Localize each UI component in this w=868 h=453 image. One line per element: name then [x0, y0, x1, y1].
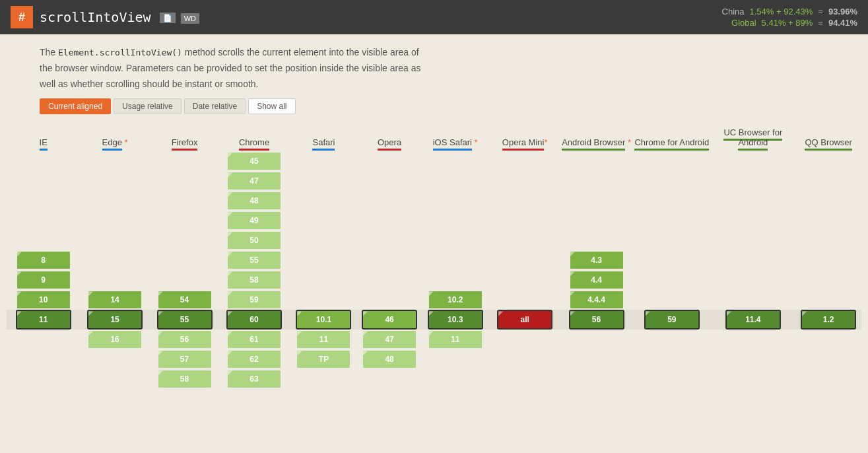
compat-cell	[633, 330, 710, 349]
version-box[interactable]: 46	[363, 311, 416, 328]
version-box[interactable]: TP	[297, 351, 350, 368]
page-title: scrollIntoView 📄 WD	[40, 9, 199, 25]
compat-cell	[710, 330, 795, 349]
version-box[interactable]: 10.2	[429, 291, 482, 308]
compat-cell	[289, 191, 358, 211]
compat-cell	[795, 290, 861, 310]
usage-relative-btn[interactable]: Usage relative	[114, 98, 182, 114]
date-relative-btn[interactable]: Date relative	[184, 98, 246, 114]
compat-cell	[710, 270, 795, 290]
compat-cell	[795, 211, 861, 230]
version-box[interactable]: 10.1	[297, 311, 350, 328]
table-row: 9584.4	[7, 270, 861, 290]
compat-cell	[150, 270, 219, 290]
version-box[interactable]: 61	[228, 331, 281, 348]
version-box[interactable]: 10	[17, 291, 70, 308]
version-box[interactable]: 1.2	[802, 311, 855, 328]
compat-cell: 14	[80, 290, 149, 310]
description-section: The Element.scrollIntoView() method scro…	[0, 34, 462, 98]
version-box[interactable]: 14	[88, 291, 141, 308]
compat-cell	[358, 211, 420, 230]
version-box[interactable]: 15	[88, 311, 141, 328]
version-box[interactable]: 56	[570, 311, 623, 328]
global-label: Global	[731, 18, 756, 28]
compat-cell	[80, 349, 149, 369]
compat-cell: 58	[150, 369, 219, 389]
version-box[interactable]: 10.3	[429, 311, 482, 328]
version-box[interactable]: 49	[228, 212, 281, 229]
compat-cell	[633, 151, 710, 171]
compat-cell	[560, 230, 633, 250]
th-android-browser: Android Browser *	[560, 123, 633, 151]
table-row: 5762TP48	[7, 349, 861, 369]
compat-cell: 54	[150, 290, 219, 310]
compat-cell: 61	[219, 330, 288, 349]
compat-cell	[490, 250, 559, 270]
compat-cell: 59	[219, 290, 288, 310]
show-all-btn[interactable]: Show all	[248, 98, 295, 114]
version-box[interactable]: 4.4.4	[570, 291, 623, 308]
version-box[interactable]: 11	[429, 331, 482, 348]
compat-cell: 10	[7, 290, 80, 310]
version-box[interactable]: 59	[646, 311, 698, 328]
version-box[interactable]: 45	[228, 153, 281, 170]
version-box[interactable]: 8	[17, 252, 70, 269]
version-box[interactable]: 56	[158, 331, 211, 348]
compat-cell	[633, 211, 710, 230]
version-box[interactable]: 47	[228, 172, 281, 190]
compat-cell	[420, 171, 490, 191]
version-box[interactable]: 57	[158, 351, 211, 368]
compat-cell	[420, 211, 490, 230]
version-box[interactable]: 47	[363, 331, 416, 348]
version-box[interactable]: 48	[363, 351, 416, 368]
version-box[interactable]: 58	[228, 271, 281, 289]
th-ios-safari: iOS Safari *	[420, 123, 490, 151]
compat-cell	[7, 349, 80, 369]
compat-cell: 4.4.4	[560, 290, 633, 310]
version-box[interactable]: 55	[158, 311, 211, 328]
version-box[interactable]: 11	[297, 331, 350, 348]
table-row: 1115556010.14610.3all565911.41.2	[7, 310, 861, 330]
compat-cell	[420, 230, 490, 250]
compat-cell: 8	[7, 250, 80, 270]
compat-cell	[560, 349, 633, 369]
compat-cell	[289, 369, 358, 389]
version-box[interactable]: 58	[158, 370, 211, 388]
compat-cell	[420, 349, 490, 369]
th-chrome: Chrome	[219, 123, 288, 151]
version-box[interactable]: 63	[228, 370, 281, 388]
version-box[interactable]: 4.4	[570, 271, 623, 289]
version-box[interactable]: 48	[228, 192, 281, 209]
global-stat: Global 5.41% + 89% = 94.41%	[722, 18, 857, 28]
version-box[interactable]: 16	[88, 331, 141, 348]
current-aligned-btn[interactable]: Current aligned	[40, 98, 111, 114]
version-box[interactable]: 11.4	[727, 311, 780, 328]
compat-cell	[358, 191, 420, 211]
version-box[interactable]: 4.3	[570, 252, 623, 269]
table-row: 45	[7, 151, 861, 171]
compat-cell	[420, 369, 490, 389]
version-box[interactable]: 11	[17, 311, 70, 328]
compat-cell	[710, 369, 795, 389]
th-opera-mini: Opera Mini*	[490, 123, 559, 151]
version-box[interactable]: 59	[228, 291, 281, 308]
version-box[interactable]: 9	[17, 271, 70, 289]
compat-cell	[150, 191, 219, 211]
version-box[interactable]: 60	[228, 311, 281, 328]
version-box[interactable]: 55	[228, 252, 281, 269]
compat-cell	[710, 191, 795, 211]
th-edge: Edge *	[80, 123, 149, 151]
compat-cell: 62	[219, 349, 288, 369]
compat-cell: 15	[80, 310, 149, 330]
version-box[interactable]: 50	[228, 232, 281, 249]
compat-cell	[150, 211, 219, 230]
compat-cell: 56	[560, 310, 633, 330]
compat-cell	[289, 250, 358, 270]
compat-cell	[560, 191, 633, 211]
th-uc-browser: UC Browser for Android	[710, 123, 795, 151]
version-box[interactable]: 54	[158, 291, 211, 308]
version-box[interactable]: all	[498, 311, 551, 328]
compat-cell	[633, 230, 710, 250]
version-box[interactable]: 62	[228, 351, 281, 368]
compat-table-wrapper: IE Edge * Firefox Chrome Safari Opera	[0, 123, 868, 389]
